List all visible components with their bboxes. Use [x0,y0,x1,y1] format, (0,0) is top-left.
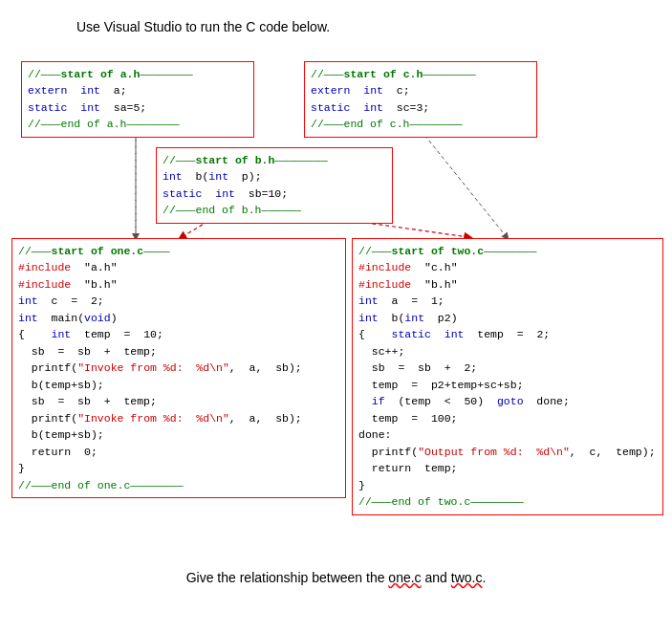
twoc-label: two.c [451,570,483,585]
onec-label: one.c [388,570,421,585]
ch-box: //———start of c.h———————— extern int c; … [304,61,537,138]
ah-box: //———start of a.h———————— extern int a; … [21,61,254,138]
bh-box: //———start of b.h———————— int b(int p); … [156,147,393,224]
twoc-box: //———start of two.c———————— #include "c.… [352,238,663,515]
code-area: //———start of a.h———————— extern int a; … [0,52,672,587]
svg-line-1 [421,130,507,237]
bottom-text: Give the relationship between the one.c … [0,562,672,585]
intro-text: Use Visual Studio to run the C code belo… [0,0,672,52]
onec-box: //———start of one.c———— #include "a.h" #… [11,238,346,498]
